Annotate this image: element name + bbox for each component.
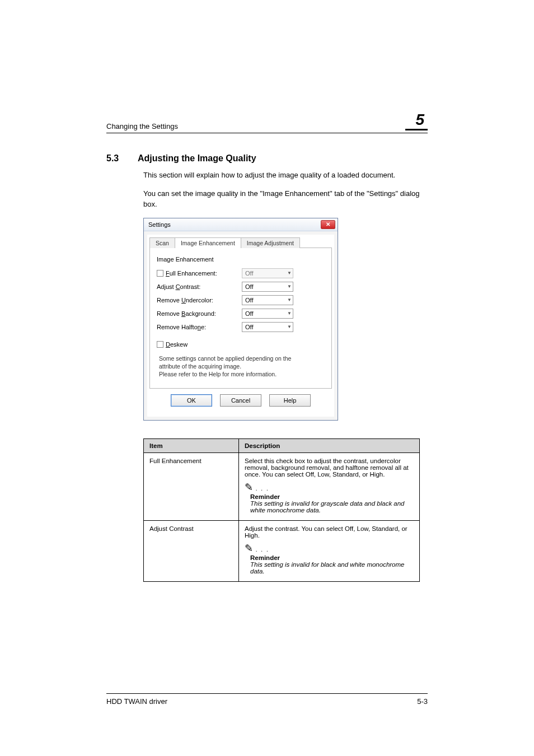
chevron-down-icon: ▼ bbox=[287, 324, 292, 329]
tab-image-adjustment[interactable]: Image Adjustment bbox=[241, 237, 300, 248]
reminder-body: This setting is invalid for black and wh… bbox=[250, 561, 414, 575]
adjust-contrast-select[interactable]: Off ▼ bbox=[242, 282, 293, 292]
chevron-down-icon: ▼ bbox=[287, 284, 292, 289]
cancel-button[interactable]: Cancel bbox=[220, 394, 261, 407]
running-head: Changing the Settings 5 bbox=[106, 112, 428, 133]
remove-background-label: Remove Background: bbox=[157, 310, 216, 317]
ok-button-label: OK bbox=[187, 397, 196, 404]
reminder-body: This setting is invalid for grayscale da… bbox=[250, 500, 414, 514]
tab-scan[interactable]: Scan bbox=[149, 237, 175, 248]
dialog-footnote: Some settings cannot be applied dependin… bbox=[157, 354, 325, 379]
chevron-down-icon: ▼ bbox=[287, 311, 292, 316]
close-icon[interactable]: ✕ bbox=[321, 220, 335, 229]
settings-dialog: Settings ✕ Scan Image Enhancement Image … bbox=[143, 218, 338, 421]
help-button-label: Help bbox=[284, 397, 297, 404]
remove-undercolor-select[interactable]: Off ▼ bbox=[242, 295, 293, 305]
help-button[interactable]: Help bbox=[269, 394, 311, 407]
remove-undercolor-value: Off bbox=[245, 297, 253, 304]
section-paragraph-2: You can set the image quality in the "Im… bbox=[143, 189, 428, 210]
cell-item: Full Enhancement bbox=[144, 453, 239, 521]
footer-left: HDD TWAIN driver bbox=[106, 697, 167, 706]
full-enhancement-select[interactable]: Off ▼ bbox=[242, 268, 293, 278]
tab-adj-label: Image Adjustment bbox=[247, 240, 294, 246]
cell-desc: Adjust the contrast. You can select Off,… bbox=[239, 521, 420, 582]
section-number: 5.3 bbox=[106, 153, 125, 164]
description-table: Item Description Full Enhancement Select… bbox=[143, 438, 420, 582]
table-row: Adjust Contrast Adjust the contrast. You… bbox=[144, 521, 420, 582]
cell-item: Adjust Contrast bbox=[144, 521, 239, 582]
tab-enh-label: Image Enhancement bbox=[181, 240, 235, 246]
remove-undercolor-label: Remove Undercolor: bbox=[157, 297, 213, 304]
pen-icon: ✎ bbox=[245, 482, 269, 493]
full-enhancement-value: Off bbox=[245, 270, 253, 277]
running-head-text: Changing the Settings bbox=[106, 122, 178, 130]
adjust-contrast-value: Off bbox=[245, 283, 253, 290]
remove-halftone-value: Off bbox=[245, 324, 253, 330]
adjust-contrast-label: Adjust Contrast: bbox=[157, 283, 200, 290]
page-footer: HDD TWAIN driver 5-3 bbox=[106, 693, 428, 706]
section-title: Adjusting the Image Quality bbox=[138, 153, 256, 164]
remove-halftone-label: Remove Halftone: bbox=[157, 324, 206, 330]
pen-icon: ✎ bbox=[245, 543, 269, 554]
reminder-title: Reminder bbox=[250, 554, 414, 561]
deskew-checkbox[interactable] bbox=[157, 341, 163, 348]
remove-halftone-select[interactable]: Off ▼ bbox=[242, 322, 293, 332]
remove-background-value: Off bbox=[245, 310, 253, 317]
full-enhancement-label: Full Enhancement: bbox=[166, 270, 217, 277]
footer-right: 5-3 bbox=[417, 697, 428, 706]
cell-desc: Select this check box to adjust the cont… bbox=[239, 453, 420, 521]
tab-image-enhancement[interactable]: Image Enhancement bbox=[175, 237, 241, 248]
group-label: Image Enhancement bbox=[157, 256, 325, 263]
reminder-title: Reminder bbox=[250, 493, 414, 500]
remove-background-select[interactable]: Off ▼ bbox=[242, 309, 293, 319]
tab-scan-label: Scan bbox=[156, 240, 169, 246]
chevron-down-icon: ▼ bbox=[287, 270, 292, 276]
deskew-label: Deskew bbox=[166, 341, 188, 348]
table-row: Full Enhancement Select this check box t… bbox=[144, 453, 420, 521]
th-item: Item bbox=[144, 439, 239, 453]
dialog-title: Settings bbox=[148, 221, 171, 228]
chevron-down-icon: ▼ bbox=[287, 297, 292, 302]
chapter-number: 5 bbox=[405, 112, 428, 130]
th-description: Description bbox=[239, 439, 420, 453]
cancel-button-label: Cancel bbox=[231, 397, 250, 404]
section-paragraph-1: This section will explain how to adjust … bbox=[143, 170, 428, 181]
full-enhancement-checkbox[interactable] bbox=[157, 270, 163, 277]
ok-button[interactable]: OK bbox=[171, 394, 212, 407]
